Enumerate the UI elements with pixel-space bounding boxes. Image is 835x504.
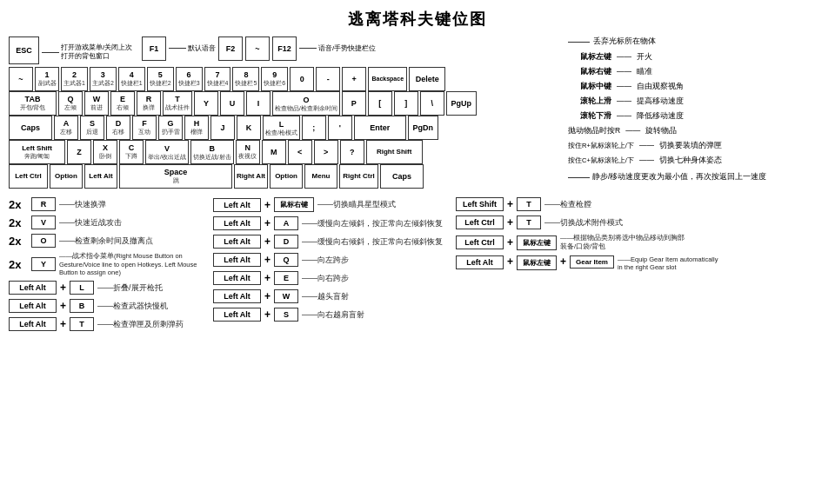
key-menu[interactable]: Menu — [304, 164, 337, 189]
key-l[interactable]: L检查/枪模式 — [263, 116, 300, 140]
key-tab[interactable]: TAB开包/背包 — [9, 91, 57, 116]
key-f1[interactable]: F1 — [142, 36, 166, 61]
key-space[interactable]: Space跳 — [119, 164, 232, 189]
key-a-sc[interactable]: A — [274, 216, 298, 230]
key-q[interactable]: Q左倾 — [58, 91, 83, 116]
key-gear-item-sc[interactable]: Gear Item — [570, 255, 614, 269]
key-y[interactable]: Y — [194, 91, 218, 116]
key-backspace[interactable]: Backspace — [368, 67, 407, 91]
key-lalt-sc2[interactable]: Left Alt — [9, 299, 57, 313]
key-5[interactable]: 5快捷栏2 — [147, 67, 174, 91]
key-lmb-sc[interactable]: 鼠标左键 — [517, 235, 557, 250]
key-lalt-sc1[interactable]: Left Alt — [9, 281, 57, 295]
key-enter[interactable]: Enter — [354, 116, 406, 140]
key-left-shift[interactable]: Left Shift奔跑/匍匐 — [9, 140, 65, 164]
key-q-sc[interactable]: Q — [274, 253, 298, 267]
key-t-sc2[interactable]: T — [517, 197, 541, 211]
key-lshift-sc1[interactable]: Left Shift — [456, 197, 504, 211]
key-1[interactable]: 1副武器 — [35, 67, 59, 91]
key-semicolon[interactable]: ; — [302, 116, 326, 140]
key-lalt-sc10[interactable]: Left Alt — [213, 308, 261, 322]
key-lctrl-sc1[interactable]: Left Ctrl — [456, 216, 504, 229]
key-v[interactable]: V举出/收出近战 — [145, 140, 189, 164]
key-right-ctrl[interactable]: Right Ctrl — [339, 164, 378, 189]
key-lalt-sc3[interactable]: Left Alt — [9, 317, 57, 331]
key-lalt-sc4[interactable]: Left Alt — [213, 198, 261, 212]
key-4[interactable]: 4快捷栏1 — [118, 67, 145, 91]
key-lalt-sc7[interactable]: Left Alt — [213, 253, 261, 267]
key-right-alt[interactable]: Right Alt — [234, 164, 268, 189]
key-r-sc[interactable]: R — [31, 197, 56, 211]
key-h[interactable]: H榴弹 — [184, 116, 209, 140]
key-v-sc[interactable]: V — [31, 216, 56, 229]
key-plus[interactable]: + — [342, 67, 366, 91]
key-r[interactable]: R换弹 — [137, 91, 161, 116]
key-t[interactable]: T战术挂件 — [163, 91, 192, 116]
key-e[interactable]: E右倾 — [110, 91, 135, 116]
key-option-right[interactable]: Option — [270, 164, 303, 189]
key-f[interactable]: F互动 — [132, 116, 157, 140]
key-6[interactable]: 6快捷栏3 — [176, 67, 203, 91]
key-x[interactable]: X卧倒 — [93, 140, 117, 164]
key-a[interactable]: A左移 — [54, 116, 78, 140]
key-j[interactable]: J — [210, 116, 235, 140]
key-y-sc[interactable]: Y — [31, 257, 56, 271]
key-w[interactable]: W前进 — [84, 91, 109, 116]
key-slash[interactable]: ? — [340, 140, 364, 164]
key-quote[interactable]: ' — [328, 116, 352, 140]
key-d-sc[interactable]: D — [274, 235, 298, 249]
key-delete[interactable]: Delete — [409, 67, 445, 91]
key-caps[interactable]: Caps — [9, 116, 52, 140]
key-s[interactable]: S后退 — [80, 116, 104, 140]
key-m[interactable]: M — [262, 140, 286, 164]
key-lmb-sc2[interactable]: 鼠标左键 — [517, 255, 557, 270]
key-3[interactable]: 3主武器2 — [90, 67, 117, 91]
key-lalt-sc6[interactable]: Left Alt — [213, 235, 261, 249]
key-left-ctrl[interactable]: Left Ctrl — [9, 164, 48, 189]
key-lalt-sc9[interactable]: Left Alt — [213, 289, 261, 303]
key-caps2[interactable]: Caps — [380, 164, 424, 189]
key-lbracket[interactable]: [ — [368, 91, 392, 116]
key-n[interactable]: N夜视仪 — [236, 140, 260, 164]
key-8[interactable]: 8快捷栏5 — [232, 67, 259, 91]
key-t-sc[interactable]: T — [70, 317, 94, 331]
key-0[interactable]: 0 — [290, 67, 314, 91]
key-z[interactable]: Z — [67, 140, 91, 164]
key-tilde[interactable]: ~ — [245, 36, 270, 61]
key-k[interactable]: K — [237, 116, 261, 140]
key-f12[interactable]: F12 — [272, 36, 297, 61]
key-c[interactable]: C下蹲 — [119, 140, 144, 164]
key-o-sc[interactable]: O — [31, 234, 56, 248]
key-option-left[interactable]: Option — [50, 164, 83, 189]
key-period[interactable]: > — [314, 140, 338, 164]
key-i[interactable]: I — [246, 91, 271, 116]
key-left-alt[interactable]: Left Alt — [84, 164, 117, 189]
key-rmb-sc[interactable]: 鼠标右键 — [274, 197, 314, 212]
key-7[interactable]: 7快捷栏4 — [204, 67, 231, 91]
key-2[interactable]: 2主武器1 — [61, 67, 88, 91]
key-e-sc[interactable]: E — [274, 271, 298, 285]
key-g[interactable]: G扔手雷 — [158, 116, 183, 140]
key-u[interactable]: U — [220, 91, 244, 116]
key-l-sc[interactable]: L — [70, 281, 94, 295]
key-f2[interactable]: F2 — [218, 36, 243, 61]
key-lalt-sc5[interactable]: Left Alt — [213, 216, 261, 230]
key-comma[interactable]: < — [288, 140, 312, 164]
key-right-shift[interactable]: Right Shift — [366, 140, 423, 164]
key-lalt-sc11[interactable]: Left Alt — [456, 255, 504, 269]
key-lalt-sc8[interactable]: Left Alt — [213, 271, 261, 285]
key-w-sc[interactable]: W — [274, 289, 298, 303]
key-lctrl-sc2[interactable]: Left Ctrl — [456, 235, 504, 249]
key-o[interactable]: O检查物品/检查剩余时间 — [272, 91, 340, 116]
key-t-sc3[interactable]: T — [517, 216, 541, 229]
key-pgdn[interactable]: PgDn — [408, 116, 438, 140]
key-backslash[interactable]: \ — [420, 91, 444, 116]
key-s-sc[interactable]: S — [274, 308, 298, 322]
key-d[interactable]: D右移 — [106, 116, 130, 140]
key-esc[interactable]: ESC — [9, 36, 39, 64]
key-b[interactable]: B切换近战/射击 — [190, 140, 234, 164]
key-pgup[interactable]: PgUp — [446, 91, 477, 116]
key-p[interactable]: P — [342, 91, 366, 116]
key-rbracket[interactable]: ] — [394, 91, 418, 116]
key-b-sc[interactable]: B — [70, 299, 94, 313]
